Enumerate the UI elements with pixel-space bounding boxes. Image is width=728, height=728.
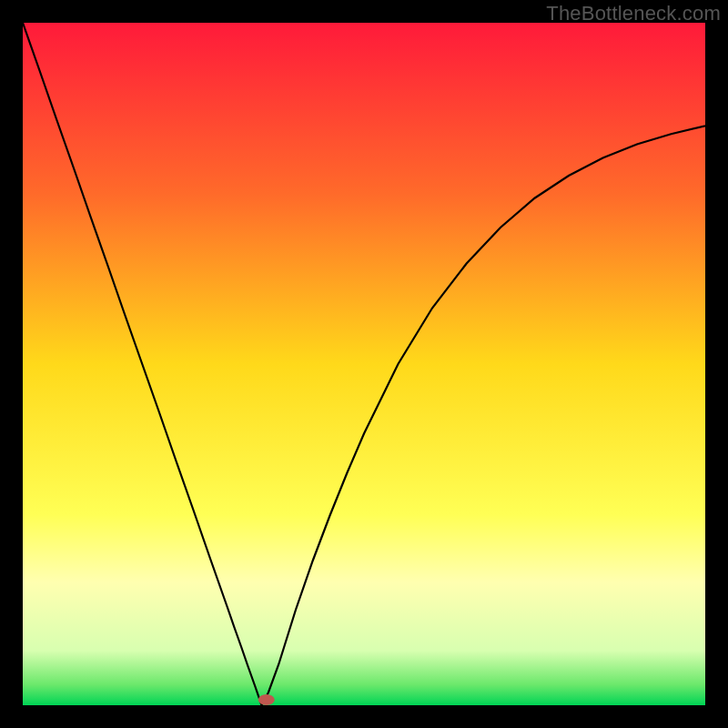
- gradient-background: [23, 23, 705, 705]
- optimal-point-marker: [258, 694, 275, 705]
- watermark-text: TheBottleneck.com: [546, 2, 721, 25]
- bottleneck-chart: [23, 23, 705, 705]
- chart-container: TheBottleneck.com: [0, 0, 728, 728]
